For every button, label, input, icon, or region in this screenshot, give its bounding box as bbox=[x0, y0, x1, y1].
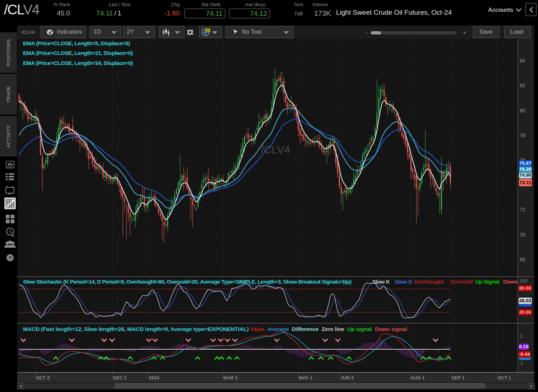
svg-text:/CLV4: /CLV4 bbox=[261, 144, 290, 155]
